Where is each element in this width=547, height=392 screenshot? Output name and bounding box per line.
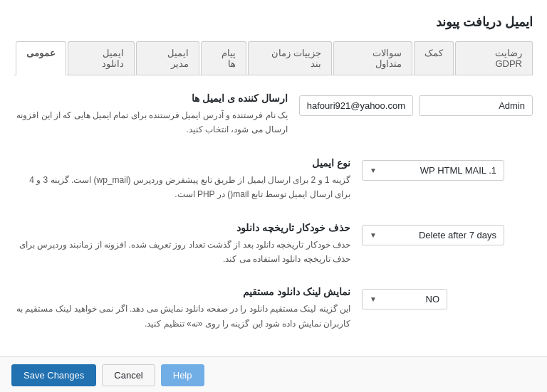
auto-delete-selected: Delete after 7 days xyxy=(419,230,496,240)
help-button[interactable]: Help xyxy=(161,364,204,386)
save-changes-button[interactable]: Save Changes xyxy=(11,364,96,386)
direct-download-text: این گزینه لینک مستقیم دانلود را در صفحه … xyxy=(14,302,350,331)
sender-inputs xyxy=(299,95,533,116)
tab-faq[interactable]: سوالات متداول xyxy=(333,41,412,75)
sender-text: یک نام فرستنده و آدرس ایمیل فرستنده برای… xyxy=(14,108,288,137)
email-type-setting-row: ▼ WP HTML MAIL .1 نوع ایمیل گزینه 1 و 2 … xyxy=(14,157,533,202)
auto-delete-text: حذف خودکار تاریخچه دانلود بعد از گذشت تع… xyxy=(14,238,350,267)
auto-delete-title: حذف خودکار تاریخچه دانلود xyxy=(14,222,350,233)
chevron-down-icon: ▼ xyxy=(370,166,377,174)
tab-help[interactable]: کمک xyxy=(414,41,454,75)
tab-admin-email[interactable]: ایمیل مدیر xyxy=(136,41,199,75)
email-type-selected: WP HTML MAIL .1 xyxy=(420,165,496,176)
sender-title: ارسال کننده ی ایمیل ها xyxy=(14,92,288,104)
email-type-text: گزینه 1 و 2 برای ارسال ایمیل از طریق تاب… xyxy=(14,173,350,202)
tab-gdpr[interactable]: رضایت GDPR xyxy=(455,41,533,75)
direct-download-description: نمایش لینک دانلود مستقیم این گزینه لینک … xyxy=(14,286,350,331)
direct-download-setting-row: ▼ NO نمایش لینک دانلود مستقیم این گزینه … xyxy=(14,286,533,331)
auto-delete-setting-row: ▼ Delete after 7 days حذف خودکار تاریخچه… xyxy=(14,222,533,267)
auto-delete-control: ▼ Delete after 7 days xyxy=(362,222,533,245)
auto-delete-description: حذف خودکار تاریخچه دانلود حذف خودکار تار… xyxy=(14,222,350,267)
page-wrapper: ایمیل دریافت پیوند عمومی ایمیل دانلود ای… xyxy=(0,0,547,392)
sender-setting-row: ارسال کننده ی ایمیل ها یک نام فرستنده و … xyxy=(14,92,533,137)
sender-name-input[interactable] xyxy=(419,95,533,116)
tab-time-details[interactable]: جزییات زمان بند xyxy=(248,41,332,75)
chevron-down-icon: ▼ xyxy=(370,295,377,303)
direct-download-control: ▼ NO xyxy=(362,286,533,309)
cancel-button[interactable]: Cancel xyxy=(102,364,155,386)
bottom-bar: Help Cancel Save Changes xyxy=(0,356,547,392)
tabs-bar: عمومی ایمیل دانلود ایمیل مدیر پیام ها جز… xyxy=(14,41,533,75)
email-type-description: نوع ایمیل گزینه 1 و 2 برای ارسال ایمیل ا… xyxy=(14,157,350,202)
email-type-dropdown[interactable]: ▼ WP HTML MAIL .1 xyxy=(362,160,504,181)
tab-general[interactable]: عمومی xyxy=(16,41,66,75)
sender-description: ارسال کننده ی ایمیل ها یک نام فرستنده و … xyxy=(14,92,288,137)
tab-messages[interactable]: پیام ها xyxy=(201,41,246,75)
direct-download-dropdown[interactable]: ▼ NO xyxy=(362,289,447,309)
sender-control xyxy=(299,92,533,116)
direct-download-title: نمایش لینک دانلود مستقیم xyxy=(14,286,350,297)
auto-delete-dropdown[interactable]: ▼ Delete after 7 days xyxy=(362,225,504,245)
email-type-control: ▼ WP HTML MAIL .1 xyxy=(362,157,533,181)
direct-download-selected: NO xyxy=(426,294,440,304)
sender-email-input[interactable] xyxy=(299,95,413,116)
page-title: ایمیل دریافت پیوند xyxy=(14,14,533,30)
email-type-title: نوع ایمیل xyxy=(14,157,350,169)
tab-email-download[interactable]: ایمیل دانلود xyxy=(68,41,135,75)
chevron-down-icon: ▼ xyxy=(370,231,377,239)
